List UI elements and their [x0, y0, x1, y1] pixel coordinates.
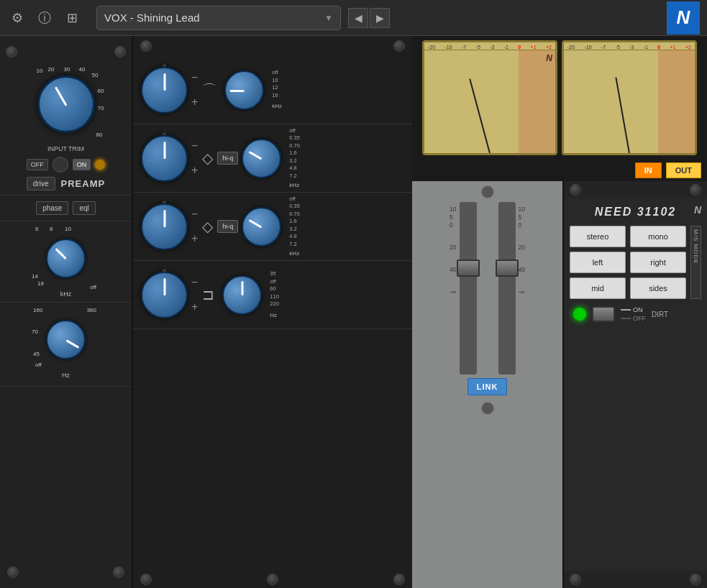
lp-scale-10: 10	[65, 226, 71, 232]
out-button[interactable]: OUT	[666, 162, 701, 178]
hiq-btn-2[interactable]: hi-q	[217, 220, 238, 233]
main-content: 10 20 30 40 50 60 70 80 INPUT TRIM OFF O…	[0, 36, 707, 588]
need-n-logo: N	[694, 204, 701, 216]
need-31102-panel: N NEED 31102 stereo mono left right mid …	[562, 181, 707, 588]
eq4-freq-indicator	[241, 281, 243, 295]
fader-left-track[interactable]	[460, 202, 477, 375]
mid-button[interactable]: mid	[570, 277, 626, 299]
need-screw-br	[690, 574, 701, 585]
sides-button[interactable]: sides	[630, 277, 686, 299]
center-screw-tr	[393, 40, 405, 52]
sliders-icon[interactable]: ⊞	[62, 8, 82, 28]
left-panel: 10 20 30 40 50 60 70 80 INPUT TRIM OFF O…	[0, 36, 133, 588]
need-bottom-row: ON OFF DIRT	[570, 306, 701, 322]
dirt-fader[interactable]	[592, 306, 615, 322]
drive-button[interactable]: drive	[27, 177, 55, 190]
right-button[interactable]: right	[630, 252, 686, 273]
center-screws-bottom	[133, 571, 412, 588]
eq3-gain-knob[interactable]	[141, 203, 188, 250]
in-out-buttons: IN OUT	[412, 160, 707, 181]
phase-eql-section: phase eql	[0, 196, 132, 221]
eq4-freq-knob[interactable]	[222, 275, 262, 315]
bass-filter-section: 160 360 70 45 off Hz	[0, 303, 132, 387]
center-screw-tl	[140, 40, 152, 52]
link-button[interactable]: LINK	[467, 378, 508, 395]
lp-scale-6: 6	[35, 226, 38, 232]
input-trim-section: 10 20 30 40 50 60 70 80 INPUT TRIM OFF O…	[0, 60, 132, 196]
eq2-freq-scale: off 0.35 0.70 1.6 3.2 4.8 7.2 kHz	[289, 127, 300, 190]
scale-60: 60	[98, 88, 104, 94]
fader-right-track[interactable]	[498, 202, 516, 375]
eq3-gain-indicator	[163, 210, 165, 227]
vu-scale-right: -20 -10 -7 -5 -3 -1 0 +1 +2	[564, 42, 695, 50]
lp-khz-label: kHz	[60, 290, 72, 298]
input-trim-knob[interactable]	[37, 75, 95, 133]
lp-scale-off: off	[90, 284, 96, 290]
vu-section: -20 -10 -7 -5 -3 -1 0 +1 +2 N	[412, 36, 707, 181]
eq1-freq-knob[interactable]	[224, 70, 264, 110]
top-bar: ⚙ ⓘ ⊞ VOX - Shining Lead ▼ ◀ ▶ N	[0, 0, 707, 36]
power-knob[interactable]	[53, 157, 68, 173]
fader-right-handle[interactable]	[496, 259, 519, 277]
stereo-button[interactable]: stereo	[570, 226, 626, 247]
off-switch[interactable]: OFF	[621, 315, 646, 322]
scale-80: 80	[96, 132, 103, 138]
settings-icon[interactable]: ⚙	[7, 8, 27, 28]
hp-filter-symbol: ⌒	[202, 81, 216, 100]
need-button-grid: stereo mono left right mid sides	[570, 226, 686, 299]
center-panel: 0 − + ⌒ off 10	[133, 36, 412, 588]
screw-br	[113, 566, 124, 578]
eq1-gain-knob[interactable]	[141, 67, 188, 114]
vu-needle-left	[469, 78, 491, 153]
need-screw-bl	[570, 574, 581, 585]
off-button[interactable]: OFF	[27, 159, 48, 170]
preset-name: VOX - Shining Lead	[104, 12, 200, 24]
fader-left-handle[interactable]	[457, 259, 480, 277]
preamp-label: PREAMP	[61, 178, 106, 189]
scale-40: 40	[79, 66, 86, 73]
in-button[interactable]: IN	[635, 162, 662, 178]
center-screw-br	[393, 574, 405, 585]
on-switch[interactable]: ON	[621, 306, 646, 313]
fader-left-channel: 10 5 0 20 40 -∞	[450, 202, 476, 375]
need-content: N NEED 31102 stereo mono left right mid …	[564, 198, 707, 571]
eq1-freq-scale: off 10 12 16 kHz	[272, 69, 282, 110]
hiq-btn-1[interactable]: hi-q	[217, 152, 238, 165]
bass-freq-knob[interactable]	[46, 320, 86, 359]
eq1-minusplus: − +	[191, 72, 198, 108]
preset-selector[interactable]: VOX - Shining Lead ▼	[96, 6, 341, 30]
ms-mode-label[interactable]: M/S MODE	[690, 226, 701, 299]
eql-button[interactable]: eql	[73, 201, 95, 215]
dirt-knob-area[interactable]	[592, 306, 615, 322]
eq2-gain-indicator	[163, 142, 165, 159]
fader-area: 10 5 0 20 40 -∞	[412, 181, 562, 588]
eq1-gain-indicator	[163, 73, 165, 91]
mono-button[interactable]: mono	[630, 226, 686, 247]
next-preset-button[interactable]: ▶	[370, 8, 390, 28]
scale-10: 10	[37, 68, 43, 74]
eq3-freq-knob[interactable]	[242, 207, 281, 247]
eq2-freq-knob[interactable]	[242, 139, 281, 178]
fader-need-row: 10 5 0 20 40 -∞	[412, 181, 707, 588]
eq4-gain-knob[interactable]	[141, 272, 188, 318]
phase-eql-row: phase eql	[36, 201, 96, 215]
eq1-freq-group: off 10 12 16 kHz	[221, 67, 282, 114]
dirt-led	[573, 308, 586, 321]
eq-band-2: 0 − + ◇ hi-q off 0.35 0	[133, 124, 412, 193]
eq2-gain-knob[interactable]	[141, 135, 188, 182]
scale-30: 30	[64, 66, 70, 73]
bass-scale-160: 160	[33, 307, 42, 313]
eq2-freq-indicator	[248, 151, 262, 160]
eq2-minusplus: − +	[191, 140, 198, 176]
on-button[interactable]: ON	[73, 159, 91, 170]
scale-50: 50	[92, 72, 99, 78]
vu-meters-row: -20 -10 -7 -5 -3 -1 0 +1 +2 N	[412, 36, 707, 160]
prev-preset-button[interactable]: ◀	[348, 8, 368, 28]
left-button[interactable]: left	[570, 252, 626, 273]
vu-red-zone-right	[658, 50, 695, 153]
phase-button[interactable]: phase	[36, 201, 68, 215]
bass-scale-45: 45	[33, 351, 40, 357]
scale-70: 70	[98, 105, 104, 111]
info-icon[interactable]: ⓘ	[35, 8, 55, 28]
lp-freq-knob[interactable]	[46, 239, 86, 278]
